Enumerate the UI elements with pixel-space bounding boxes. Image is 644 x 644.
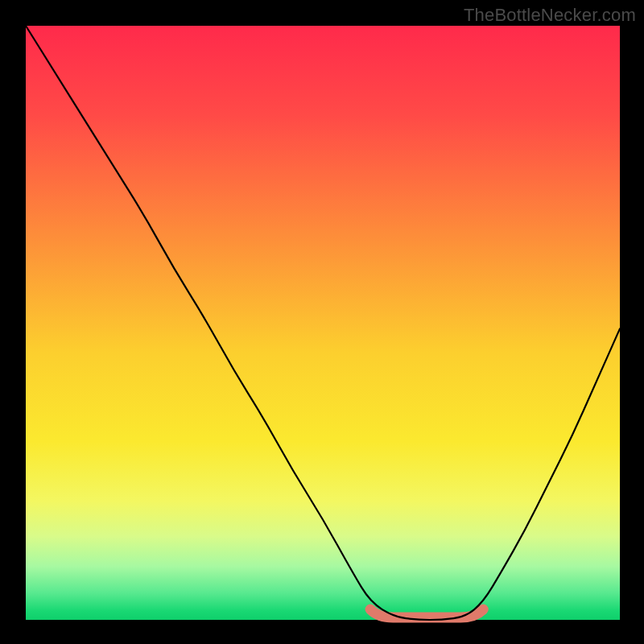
chart-container: TheBottleNecker.com <box>0 0 644 644</box>
gradient-background <box>26 26 620 620</box>
bottleneck-chart <box>0 0 644 644</box>
watermark-text: TheBottleNecker.com <box>464 5 636 26</box>
